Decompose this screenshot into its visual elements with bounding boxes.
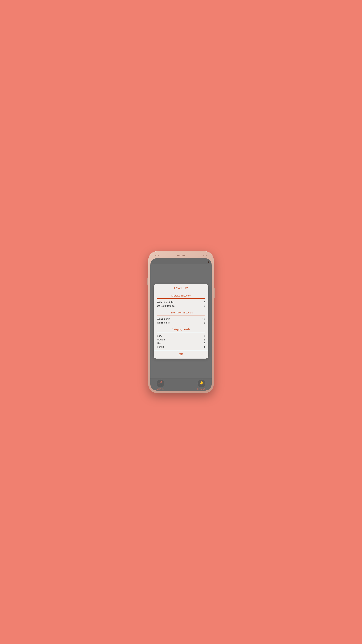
easy-value: 1 xyxy=(204,334,205,337)
within-3min-row: Within 3 min 10 xyxy=(157,317,205,321)
without-mistake-row: Without Mistake 6 xyxy=(157,300,205,304)
category-levels-section: Category Levels Easy 1 Medium 2 Hard 5 xyxy=(154,326,208,350)
within-3min-value: 10 xyxy=(202,318,205,320)
thumbs-up-icon: 👍 xyxy=(200,381,203,384)
mistake-levels-section: Mistake in Levels Without Mistake 6 Up t… xyxy=(154,292,208,309)
mistake-levels-divider xyxy=(157,298,205,299)
menu-dot-1 xyxy=(208,260,209,260)
time-levels-divider xyxy=(157,315,205,316)
screen-content: Level : 12 Mistake in Levels Without Mis… xyxy=(150,264,212,378)
svg-line-3 xyxy=(160,384,161,384)
hard-row: Hard 5 xyxy=(157,342,205,345)
side-button-left xyxy=(147,278,148,285)
menu-dot-2 xyxy=(208,261,209,262)
rate-us-icon: 👍 ★★★ xyxy=(199,381,204,386)
mistake-levels-heading: Mistake in Levels xyxy=(157,294,205,297)
menu-dot-3 xyxy=(208,262,209,263)
share-button[interactable]: SHARE xyxy=(156,379,164,390)
speaker-dot-2 xyxy=(178,255,179,256)
up-to-3-mistakes-row: Up to 3 Mistakes 3 xyxy=(157,304,205,308)
dot-2 xyxy=(158,255,159,256)
time-levels-section: Time Taken in Levels Within 3 min 10 Wit… xyxy=(154,309,208,326)
easy-row: Easy 1 xyxy=(157,334,205,338)
speaker-dot-1 xyxy=(177,255,178,256)
dot-4 xyxy=(206,255,207,256)
screen-top-bar xyxy=(150,258,212,264)
hard-label: Hard xyxy=(157,342,162,345)
category-levels-divider xyxy=(157,332,205,332)
speaker-dot-7 xyxy=(184,255,185,256)
speaker-dot-3 xyxy=(179,255,180,256)
bottom-bar: SHARE 👍 ★★★ RATE US xyxy=(150,378,212,390)
speaker-dot-5 xyxy=(182,255,183,256)
easy-label: Easy xyxy=(157,334,162,337)
dialog-title-row: Level : 12 xyxy=(154,284,208,292)
dialog-footer: OK xyxy=(154,350,208,358)
rate-us-button[interactable]: 👍 ★★★ RATE US xyxy=(197,379,206,390)
top-dots-right xyxy=(203,255,207,256)
speaker-dot-4 xyxy=(181,255,181,256)
expert-value: 4 xyxy=(204,346,205,348)
share-label: SHARE xyxy=(157,388,164,390)
rate-us-label: RATE US xyxy=(197,388,206,390)
phone-screen: Level : 12 Mistake in Levels Without Mis… xyxy=(150,258,212,390)
without-mistake-value: 6 xyxy=(204,301,205,304)
overflow-menu-icon[interactable] xyxy=(208,260,209,263)
expert-label: Expert xyxy=(157,346,164,348)
medium-label: Medium xyxy=(157,338,165,341)
dot-1 xyxy=(155,255,156,256)
within-8min-label: Within 8 min xyxy=(157,321,170,324)
share-icon-circle xyxy=(156,379,164,388)
speaker xyxy=(177,255,185,256)
dialog-card: Level : 12 Mistake in Levels Without Mis… xyxy=(154,284,208,358)
time-levels-heading: Time Taken in Levels xyxy=(157,311,205,314)
medium-row: Medium 2 xyxy=(157,338,205,342)
svg-line-4 xyxy=(160,382,161,383)
up-to-3-mistakes-value: 3 xyxy=(204,304,205,307)
within-8min-value: 2 xyxy=(204,321,205,324)
within-3min-label: Within 3 min xyxy=(157,318,170,320)
top-dots-left xyxy=(155,255,159,256)
ok-button[interactable]: OK xyxy=(156,353,206,356)
within-8min-row: Within 8 min 2 xyxy=(157,321,205,324)
stars-icon: ★★★ xyxy=(199,384,204,386)
hard-value: 5 xyxy=(204,342,205,345)
rate-icon-circle: 👍 ★★★ xyxy=(197,379,205,388)
category-levels-heading: Category Levels xyxy=(157,328,205,331)
medium-value: 2 xyxy=(204,338,205,341)
expert-row: Expert 4 xyxy=(157,345,205,349)
share-icon xyxy=(158,381,163,386)
speaker-dot-6 xyxy=(183,255,184,256)
dialog-title: Level : 12 xyxy=(174,286,188,290)
phone-top-bar xyxy=(150,254,212,258)
dot-3 xyxy=(203,255,204,256)
side-button-right xyxy=(214,288,215,298)
without-mistake-label: Without Mistake xyxy=(157,301,174,304)
phone-frame: Level : 12 Mistake in Levels Without Mis… xyxy=(148,251,214,393)
up-to-3-mistakes-label: Up to 3 Mistakes xyxy=(157,304,174,307)
